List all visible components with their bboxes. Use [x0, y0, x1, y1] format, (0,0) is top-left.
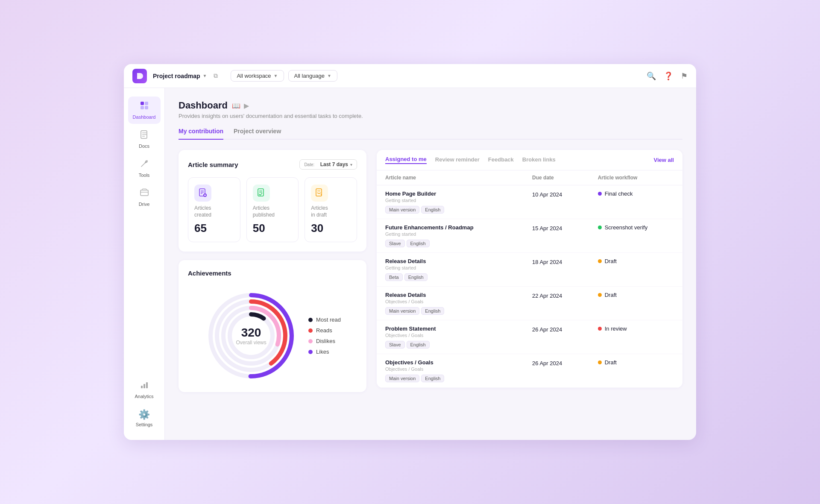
date-filter-prefix: Date: — [304, 162, 314, 167]
right-panel: Assigned to me Review reminder Feedback … — [377, 150, 682, 392]
legend-item-most-read: Most read — [308, 316, 341, 323]
article-sub: Objectives / Goals — [385, 299, 515, 304]
legend-item-dislikes: Dislikes — [308, 338, 341, 344]
date-filter-button[interactable]: Date: Last 7 days ▾ — [299, 159, 357, 170]
status-label: Final check — [605, 190, 633, 197]
stat-value-created: 65 — [194, 222, 207, 235]
tag: English — [421, 206, 444, 214]
table-row[interactable]: Objectives / Goals Objectives / Goals Ma… — [377, 354, 682, 388]
due-date: 15 Apr 2024 — [532, 225, 562, 231]
svg-rect-1 — [145, 102, 148, 105]
table-row[interactable]: Future Enhancements / Roadmap Getting st… — [377, 219, 682, 253]
date-chevron-icon: ▾ — [350, 162, 352, 167]
legend-item-reads: Reads — [308, 327, 341, 334]
tag: Slave — [385, 240, 405, 247]
right-card: Assigned to me Review reminder Feedback … — [377, 150, 682, 388]
sidebar-item-drive[interactable]: Drive — [128, 184, 161, 211]
tab-my-contribution[interactable]: My contribution — [179, 128, 223, 140]
legend-label-dislikes: Dislikes — [316, 338, 335, 344]
stat-card-published: Articlespublished 50 — [246, 177, 299, 242]
status-dot — [598, 327, 602, 331]
top-bar-filters: All workspace ▼ All language ▼ — [231, 70, 337, 82]
sidebar-item-settings[interactable]: ⚙️ Settings — [128, 405, 161, 431]
tag: Slave — [385, 341, 405, 349]
stat-label-published: Articlespublished — [253, 205, 275, 218]
achievements-title: Achievements — [188, 270, 231, 277]
flag-icon[interactable]: ⚑ — [681, 71, 688, 81]
stat-label-created: Articlescreated — [194, 205, 211, 218]
article-tags: Main versionEnglish — [385, 307, 515, 315]
stat-cards: Articlescreated 65 — [188, 177, 357, 242]
sidebar-docs-label: Docs — [139, 144, 149, 149]
page-header-icons: 📖 ▶ — [232, 102, 249, 110]
status-dot — [598, 226, 602, 229]
top-bar-right: 🔍 ❓ ⚑ — [647, 71, 688, 81]
tab-review-reminder[interactable]: Review reminder — [435, 156, 480, 164]
article-table: Article name Due date Article workflow H… — [377, 170, 682, 388]
page-subtitle: Provides insights on users' documentatio… — [179, 113, 682, 119]
page-tabs: My contribution Project overview — [179, 128, 682, 140]
tag: Main version — [385, 206, 419, 214]
donut-center: 320 Overall views — [236, 326, 266, 346]
article-name: Objectives / Goals — [385, 359, 515, 366]
article-sub: Objectives / Goals — [385, 333, 515, 338]
tag: English — [421, 307, 444, 315]
svg-rect-3 — [145, 106, 148, 109]
project-name-button[interactable]: Project roadmap ▼ — [153, 73, 207, 79]
tab-feedback[interactable]: Feedback — [488, 156, 514, 164]
table-row[interactable]: Release Details Getting started BetaEngl… — [377, 253, 682, 287]
language-filter-label: All language — [294, 73, 325, 79]
status-label: Screenshot verify — [605, 224, 647, 231]
workspace-filter[interactable]: All workspace ▼ — [231, 70, 284, 82]
legend: Most read Reads Dislikes — [308, 316, 341, 355]
table-row[interactable]: Home Page Builder Getting started Main v… — [377, 185, 682, 219]
due-date: 10 Apr 2024 — [532, 191, 562, 198]
tab-assigned-to-me[interactable]: Assigned to me — [385, 156, 427, 164]
due-date: 18 Apr 2024 — [532, 259, 562, 265]
article-name: Home Page Builder — [385, 190, 515, 197]
sidebar-item-analytics[interactable]: Analytics — [128, 376, 161, 403]
tab-broken-links[interactable]: Broken links — [522, 156, 556, 164]
app-window: Project roadmap ▼ ⧉ All workspace ▼ All … — [124, 64, 696, 440]
book-icon[interactable]: 📖 — [232, 102, 240, 110]
language-filter[interactable]: All language ▼ — [288, 70, 337, 82]
search-icon[interactable]: 🔍 — [647, 71, 656, 81]
workspace-chevron-icon: ▼ — [274, 73, 278, 78]
sidebar-settings-label: Settings — [136, 422, 153, 427]
table-row[interactable]: Release Details Objectives / Goals Main … — [377, 287, 682, 320]
legend-item-likes: Likes — [308, 349, 341, 355]
tag: English — [421, 375, 444, 382]
dashboard-icon — [140, 101, 149, 113]
achievements-header: Achievements — [188, 270, 357, 277]
status-dot — [598, 192, 602, 196]
donut-value: 320 — [236, 326, 266, 340]
page-title: Dashboard — [179, 100, 228, 111]
tag: Main version — [385, 307, 419, 315]
svg-rect-9 — [141, 190, 148, 196]
tag: English — [407, 341, 430, 349]
status-label: Draft — [605, 258, 617, 264]
help-icon[interactable]: ❓ — [664, 71, 673, 81]
legend-label-most-read: Most read — [316, 316, 341, 323]
workflow-status: In review — [598, 325, 674, 332]
tab-project-overview[interactable]: Project overview — [234, 128, 281, 140]
sidebar-item-tools[interactable]: Tools — [128, 155, 161, 182]
table-row[interactable]: Problem Statement Objectives / Goals Sla… — [377, 320, 682, 354]
two-col-layout: Article summary Date: Last 7 days ▾ — [179, 150, 682, 392]
view-all-button[interactable]: View all — [654, 157, 674, 163]
project-name-label: Project roadmap — [153, 73, 200, 79]
svg-rect-11 — [141, 386, 143, 388]
sidebar: Dashboard Docs — [124, 88, 165, 440]
status-dot — [598, 360, 602, 364]
sidebar-item-docs[interactable]: Docs — [128, 126, 161, 153]
play-icon[interactable]: ▶ — [244, 102, 249, 110]
right-card-header: Assigned to me Review reminder Feedback … — [377, 150, 682, 170]
sidebar-analytics-label: Analytics — [135, 394, 153, 399]
status-label: Draft — [605, 292, 617, 298]
stat-label-draft: Articlesin draft — [311, 205, 328, 218]
external-link-icon[interactable]: ⧉ — [214, 72, 218, 79]
tag: English — [404, 273, 428, 281]
status-dot — [598, 293, 602, 297]
sidebar-item-dashboard[interactable]: Dashboard — [128, 97, 161, 124]
legend-label-likes: Likes — [316, 349, 329, 355]
